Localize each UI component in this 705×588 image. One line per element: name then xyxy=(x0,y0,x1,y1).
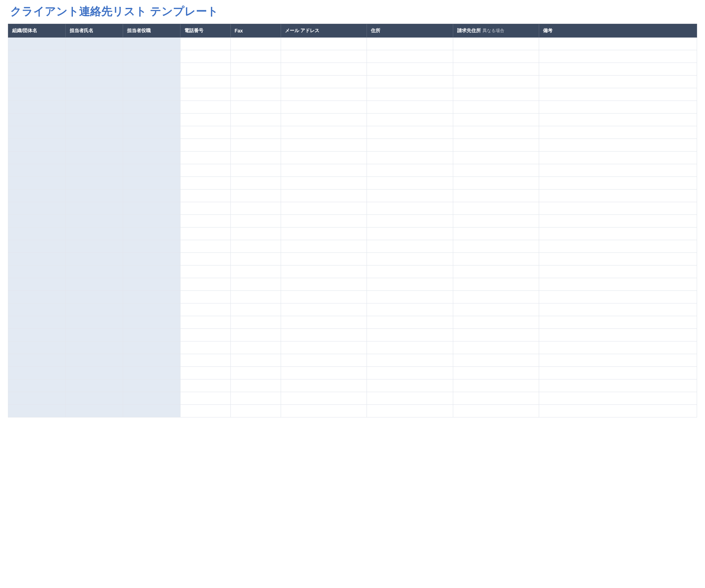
table-cell[interactable] xyxy=(65,38,123,50)
table-cell[interactable] xyxy=(65,88,123,101)
table-cell[interactable] xyxy=(8,152,66,164)
table-cell[interactable] xyxy=(123,228,180,240)
table-cell[interactable] xyxy=(8,341,66,354)
table-cell[interactable] xyxy=(367,228,453,240)
table-cell[interactable] xyxy=(8,367,66,379)
table-cell[interactable] xyxy=(230,316,281,329)
table-cell[interactable] xyxy=(180,50,230,63)
table-cell[interactable] xyxy=(230,228,281,240)
table-cell[interactable] xyxy=(180,152,230,164)
table-cell[interactable] xyxy=(281,114,367,126)
table-cell[interactable] xyxy=(281,341,367,354)
table-cell[interactable] xyxy=(123,177,180,190)
table-cell[interactable] xyxy=(281,392,367,405)
table-cell[interactable] xyxy=(453,379,539,392)
table-cell[interactable] xyxy=(123,76,180,88)
table-cell[interactable] xyxy=(453,405,539,417)
table-cell[interactable] xyxy=(65,76,123,88)
table-cell[interactable] xyxy=(539,266,697,278)
table-cell[interactable] xyxy=(230,240,281,253)
table-cell[interactable] xyxy=(539,202,697,215)
table-cell[interactable] xyxy=(539,190,697,202)
table-cell[interactable] xyxy=(65,405,123,417)
table-cell[interactable] xyxy=(8,240,66,253)
table-cell[interactable] xyxy=(8,303,66,316)
table-cell[interactable] xyxy=(539,392,697,405)
table-cell[interactable] xyxy=(8,63,66,76)
table-cell[interactable] xyxy=(8,266,66,278)
table-cell[interactable] xyxy=(281,379,367,392)
table-cell[interactable] xyxy=(230,367,281,379)
table-cell[interactable] xyxy=(230,329,281,341)
table-cell[interactable] xyxy=(453,164,539,177)
table-cell[interactable] xyxy=(453,316,539,329)
table-cell[interactable] xyxy=(539,354,697,367)
table-cell[interactable] xyxy=(367,164,453,177)
table-cell[interactable] xyxy=(281,278,367,291)
table-cell[interactable] xyxy=(539,278,697,291)
table-cell[interactable] xyxy=(180,63,230,76)
table-cell[interactable] xyxy=(230,164,281,177)
table-cell[interactable] xyxy=(281,329,367,341)
table-cell[interactable] xyxy=(539,126,697,139)
table-cell[interactable] xyxy=(453,177,539,190)
table-cell[interactable] xyxy=(65,392,123,405)
table-cell[interactable] xyxy=(453,202,539,215)
table-cell[interactable] xyxy=(180,101,230,114)
table-cell[interactable] xyxy=(123,379,180,392)
table-cell[interactable] xyxy=(8,253,66,266)
table-cell[interactable] xyxy=(367,329,453,341)
table-cell[interactable] xyxy=(8,164,66,177)
table-cell[interactable] xyxy=(281,354,367,367)
table-cell[interactable] xyxy=(230,152,281,164)
table-cell[interactable] xyxy=(539,215,697,228)
table-cell[interactable] xyxy=(367,202,453,215)
table-cell[interactable] xyxy=(8,278,66,291)
table-cell[interactable] xyxy=(367,341,453,354)
table-cell[interactable] xyxy=(8,101,66,114)
table-cell[interactable] xyxy=(123,63,180,76)
table-cell[interactable] xyxy=(8,88,66,101)
table-cell[interactable] xyxy=(539,114,697,126)
table-cell[interactable] xyxy=(367,405,453,417)
table-cell[interactable] xyxy=(281,101,367,114)
table-cell[interactable] xyxy=(123,126,180,139)
table-cell[interactable] xyxy=(65,101,123,114)
table-cell[interactable] xyxy=(65,114,123,126)
table-cell[interactable] xyxy=(180,190,230,202)
table-cell[interactable] xyxy=(281,139,367,152)
table-cell[interactable] xyxy=(367,379,453,392)
table-cell[interactable] xyxy=(367,253,453,266)
table-cell[interactable] xyxy=(281,152,367,164)
table-cell[interactable] xyxy=(180,291,230,303)
table-cell[interactable] xyxy=(539,291,697,303)
table-cell[interactable] xyxy=(65,354,123,367)
table-cell[interactable] xyxy=(65,215,123,228)
table-cell[interactable] xyxy=(123,190,180,202)
table-cell[interactable] xyxy=(180,126,230,139)
table-cell[interactable] xyxy=(367,126,453,139)
table-cell[interactable] xyxy=(230,392,281,405)
table-cell[interactable] xyxy=(65,379,123,392)
table-cell[interactable] xyxy=(123,278,180,291)
table-cell[interactable] xyxy=(123,240,180,253)
table-cell[interactable] xyxy=(123,38,180,50)
table-cell[interactable] xyxy=(180,392,230,405)
table-cell[interactable] xyxy=(453,63,539,76)
table-cell[interactable] xyxy=(281,228,367,240)
table-cell[interactable] xyxy=(539,240,697,253)
table-cell[interactable] xyxy=(65,139,123,152)
table-cell[interactable] xyxy=(230,139,281,152)
table-cell[interactable] xyxy=(367,139,453,152)
table-cell[interactable] xyxy=(8,38,66,50)
table-cell[interactable] xyxy=(281,303,367,316)
table-cell[interactable] xyxy=(281,240,367,253)
table-cell[interactable] xyxy=(453,152,539,164)
table-cell[interactable] xyxy=(367,88,453,101)
table-cell[interactable] xyxy=(65,202,123,215)
table-cell[interactable] xyxy=(453,354,539,367)
table-cell[interactable] xyxy=(281,190,367,202)
table-cell[interactable] xyxy=(230,341,281,354)
table-cell[interactable] xyxy=(453,38,539,50)
table-cell[interactable] xyxy=(281,177,367,190)
